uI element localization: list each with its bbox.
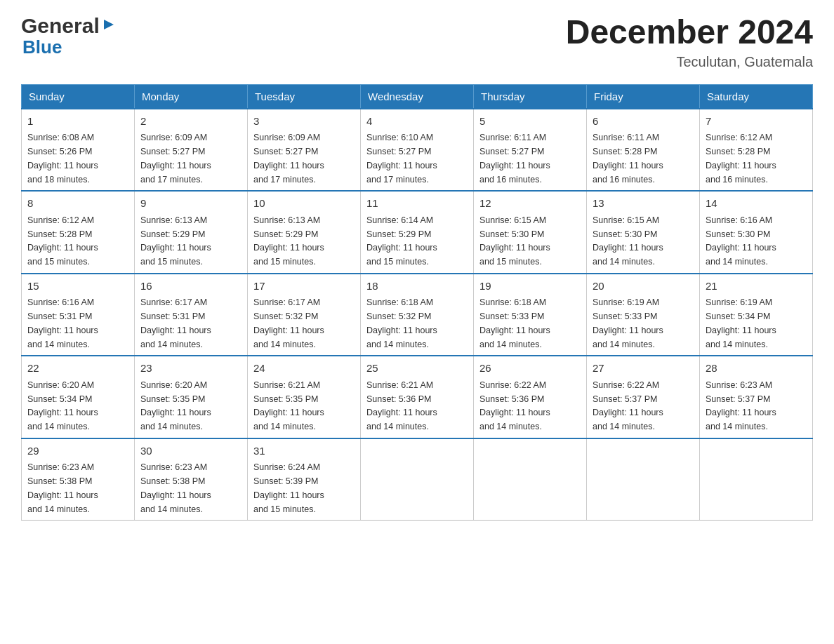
day-info: Sunrise: 6:09 AMSunset: 5:27 PMDaylight:… <box>140 133 211 184</box>
col-friday: Friday <box>587 84 700 109</box>
calendar-table: Sunday Monday Tuesday Wednesday Thursday… <box>21 84 813 521</box>
day-number: 2 <box>140 114 241 130</box>
day-number: 25 <box>366 361 468 377</box>
table-row: 24 Sunrise: 6:21 AMSunset: 5:35 PMDaylig… <box>248 356 361 438</box>
table-row: 19 Sunrise: 6:18 AMSunset: 5:33 PMDaylig… <box>474 274 587 356</box>
day-number: 7 <box>706 114 807 130</box>
day-info: Sunrise: 6:13 AMSunset: 5:29 PMDaylight:… <box>253 215 324 267</box>
table-row: 3 Sunrise: 6:09 AMSunset: 5:27 PMDayligh… <box>248 109 361 192</box>
day-number: 15 <box>27 279 128 295</box>
table-row: 26 Sunrise: 6:22 AMSunset: 5:36 PMDaylig… <box>474 356 587 438</box>
logo-blue: Blue <box>22 37 117 58</box>
day-info: Sunrise: 6:08 AMSunset: 5:26 PMDaylight:… <box>27 133 98 184</box>
table-row <box>700 438 813 521</box>
table-row: 27 Sunrise: 6:22 AMSunset: 5:37 PMDaylig… <box>587 356 700 438</box>
day-number: 19 <box>479 279 581 295</box>
day-number: 12 <box>479 196 581 212</box>
day-info: Sunrise: 6:11 AMSunset: 5:28 PMDaylight:… <box>593 133 663 184</box>
day-info: Sunrise: 6:10 AMSunset: 5:27 PMDaylight:… <box>366 133 437 184</box>
table-row: 11 Sunrise: 6:14 AMSunset: 5:29 PMDaylig… <box>361 191 474 274</box>
page-header: General Blue December 2024 Teculutan, Gu… <box>21 14 813 70</box>
table-row: 23 Sunrise: 6:20 AMSunset: 5:35 PMDaylig… <box>135 356 248 438</box>
table-row: 5 Sunrise: 6:11 AMSunset: 5:27 PMDayligh… <box>474 109 587 192</box>
table-row: 1 Sunrise: 6:08 AMSunset: 5:26 PMDayligh… <box>22 109 135 192</box>
title-area: December 2024 Teculutan, Guatemala <box>566 14 813 70</box>
table-row: 9 Sunrise: 6:13 AMSunset: 5:29 PMDayligh… <box>135 191 248 274</box>
day-info: Sunrise: 6:18 AMSunset: 5:33 PMDaylight:… <box>479 297 550 349</box>
day-info: Sunrise: 6:16 AMSunset: 5:30 PMDaylight:… <box>706 215 776 267</box>
day-info: Sunrise: 6:22 AMSunset: 5:36 PMDaylight:… <box>479 380 550 431</box>
day-number: 28 <box>706 361 807 377</box>
day-number: 8 <box>27 196 128 212</box>
day-number: 17 <box>253 279 355 295</box>
day-number: 13 <box>593 196 694 212</box>
day-number: 10 <box>253 196 355 212</box>
table-row: 4 Sunrise: 6:10 AMSunset: 5:27 PMDayligh… <box>361 109 474 192</box>
logo-icon <box>101 17 117 32</box>
day-number: 20 <box>593 279 694 295</box>
table-row: 10 Sunrise: 6:13 AMSunset: 5:29 PMDaylig… <box>248 191 361 274</box>
table-row: 29 Sunrise: 6:23 AMSunset: 5:38 PMDaylig… <box>22 438 135 521</box>
day-number: 14 <box>706 196 807 212</box>
day-info: Sunrise: 6:22 AMSunset: 5:37 PMDaylight:… <box>593 380 663 431</box>
day-info: Sunrise: 6:21 AMSunset: 5:36 PMDaylight:… <box>366 380 437 431</box>
table-row: 16 Sunrise: 6:17 AMSunset: 5:31 PMDaylig… <box>135 274 248 356</box>
day-number: 3 <box>253 114 355 130</box>
day-number: 21 <box>706 279 807 295</box>
day-number: 4 <box>366 114 468 130</box>
table-row: 22 Sunrise: 6:20 AMSunset: 5:34 PMDaylig… <box>22 356 135 438</box>
day-number: 24 <box>253 361 355 377</box>
day-info: Sunrise: 6:18 AMSunset: 5:32 PMDaylight:… <box>366 297 437 349</box>
table-row <box>587 438 700 521</box>
col-tuesday: Tuesday <box>248 84 361 109</box>
table-row: 2 Sunrise: 6:09 AMSunset: 5:27 PMDayligh… <box>135 109 248 192</box>
table-row <box>474 438 587 521</box>
table-row: 28 Sunrise: 6:23 AMSunset: 5:37 PMDaylig… <box>700 356 813 438</box>
month-title: December 2024 <box>566 14 813 51</box>
day-number: 16 <box>140 279 241 295</box>
table-row: 13 Sunrise: 6:15 AMSunset: 5:30 PMDaylig… <box>587 191 700 274</box>
day-info: Sunrise: 6:12 AMSunset: 5:28 PMDaylight:… <box>27 215 98 267</box>
table-row: 7 Sunrise: 6:12 AMSunset: 5:28 PMDayligh… <box>700 109 813 192</box>
day-number: 1 <box>27 114 128 130</box>
day-number: 30 <box>140 443 241 459</box>
table-row: 21 Sunrise: 6:19 AMSunset: 5:34 PMDaylig… <box>700 274 813 356</box>
table-row: 15 Sunrise: 6:16 AMSunset: 5:31 PMDaylig… <box>22 274 135 356</box>
day-info: Sunrise: 6:24 AMSunset: 5:39 PMDaylight:… <box>253 462 324 514</box>
logo: General Blue <box>21 14 117 58</box>
day-info: Sunrise: 6:17 AMSunset: 5:32 PMDaylight:… <box>253 297 324 349</box>
col-sunday: Sunday <box>22 84 135 109</box>
table-row: 30 Sunrise: 6:23 AMSunset: 5:38 PMDaylig… <box>135 438 248 521</box>
day-info: Sunrise: 6:23 AMSunset: 5:37 PMDaylight:… <box>706 380 776 431</box>
calendar-week-row: 22 Sunrise: 6:20 AMSunset: 5:34 PMDaylig… <box>22 356 813 438</box>
table-row: 14 Sunrise: 6:16 AMSunset: 5:30 PMDaylig… <box>700 191 813 274</box>
day-number: 5 <box>479 114 581 130</box>
col-saturday: Saturday <box>700 84 813 109</box>
col-monday: Monday <box>135 84 248 109</box>
logo-general: General <box>21 14 100 37</box>
day-info: Sunrise: 6:19 AMSunset: 5:33 PMDaylight:… <box>593 297 663 349</box>
day-info: Sunrise: 6:14 AMSunset: 5:29 PMDaylight:… <box>366 215 437 267</box>
location: Teculutan, Guatemala <box>566 54 813 70</box>
day-info: Sunrise: 6:21 AMSunset: 5:35 PMDaylight:… <box>253 380 324 431</box>
calendar-week-row: 15 Sunrise: 6:16 AMSunset: 5:31 PMDaylig… <box>22 274 813 356</box>
calendar-week-row: 8 Sunrise: 6:12 AMSunset: 5:28 PMDayligh… <box>22 191 813 274</box>
day-number: 26 <box>479 361 581 377</box>
day-info: Sunrise: 6:12 AMSunset: 5:28 PMDaylight:… <box>706 133 776 184</box>
day-number: 23 <box>140 361 241 377</box>
day-info: Sunrise: 6:16 AMSunset: 5:31 PMDaylight:… <box>27 297 98 349</box>
day-info: Sunrise: 6:20 AMSunset: 5:34 PMDaylight:… <box>27 380 98 431</box>
table-row: 25 Sunrise: 6:21 AMSunset: 5:36 PMDaylig… <box>361 356 474 438</box>
calendar-week-row: 29 Sunrise: 6:23 AMSunset: 5:38 PMDaylig… <box>22 438 813 521</box>
calendar-week-row: 1 Sunrise: 6:08 AMSunset: 5:26 PMDayligh… <box>22 109 813 192</box>
table-row <box>361 438 474 521</box>
day-info: Sunrise: 6:19 AMSunset: 5:34 PMDaylight:… <box>706 297 776 349</box>
table-row: 6 Sunrise: 6:11 AMSunset: 5:28 PMDayligh… <box>587 109 700 192</box>
table-row: 17 Sunrise: 6:17 AMSunset: 5:32 PMDaylig… <box>248 274 361 356</box>
calendar-header-row: Sunday Monday Tuesday Wednesday Thursday… <box>22 84 813 109</box>
day-info: Sunrise: 6:13 AMSunset: 5:29 PMDaylight:… <box>140 215 211 267</box>
table-row: 12 Sunrise: 6:15 AMSunset: 5:30 PMDaylig… <box>474 191 587 274</box>
day-info: Sunrise: 6:11 AMSunset: 5:27 PMDaylight:… <box>479 133 550 184</box>
table-row: 8 Sunrise: 6:12 AMSunset: 5:28 PMDayligh… <box>22 191 135 274</box>
col-thursday: Thursday <box>474 84 587 109</box>
